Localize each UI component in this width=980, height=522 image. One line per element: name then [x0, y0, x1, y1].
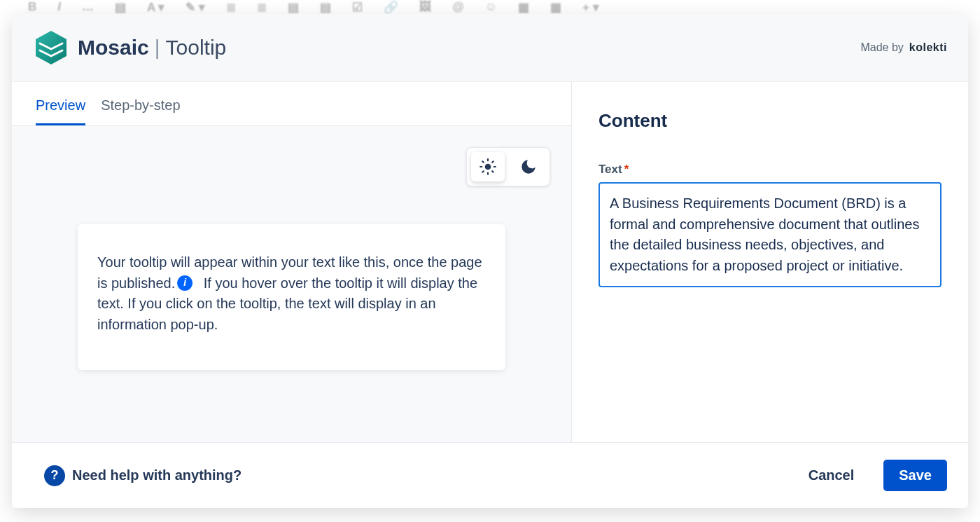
theme-dark-button[interactable]: [512, 152, 545, 181]
svg-marker-0: [36, 31, 66, 64]
svg-point-1: [485, 164, 491, 170]
required-asterisk: *: [624, 163, 629, 176]
theme-light-button[interactable]: [471, 152, 505, 181]
svg-line-8: [482, 171, 484, 172]
preview-area: Your tooltip will appear within your tex…: [12, 126, 571, 442]
cancel-button[interactable]: Cancel: [793, 460, 870, 491]
modal-footer: ? Need help with anything? Cancel Save: [12, 442, 968, 508]
modal-body: Preview Step-by-step: [12, 82, 968, 442]
theme-toggle: [466, 147, 550, 186]
modal-header: Mosaic | Tooltip Made by kolekti: [12, 14, 968, 82]
footer-actions: Cancel Save: [793, 460, 947, 491]
tabs: Preview Step-by-step: [12, 82, 571, 126]
svg-line-7: [492, 171, 493, 172]
brand: Mosaic | Tooltip: [33, 29, 226, 66]
made-by: Made by kolekti: [860, 41, 947, 54]
brand-subtitle: Tooltip: [166, 36, 227, 60]
sun-icon: [479, 158, 497, 176]
help-link[interactable]: ? Need help with anything?: [44, 465, 241, 486]
content-panel: Content Text*: [572, 82, 968, 442]
mosaic-logo-icon: [33, 29, 69, 66]
moon-icon: [519, 158, 538, 176]
text-label-text: Text: [598, 163, 622, 176]
content-heading: Content: [598, 110, 941, 132]
text-field-label: Text*: [598, 163, 941, 177]
made-by-prefix: Made by: [860, 41, 903, 54]
help-text: Need help with anything?: [72, 467, 241, 483]
svg-line-6: [482, 161, 484, 163]
tab-step-by-step[interactable]: Step-by-step: [101, 97, 180, 125]
help-icon: ?: [44, 465, 65, 486]
info-icon[interactable]: i: [177, 275, 192, 291]
modal-title: Mosaic | Tooltip: [78, 36, 226, 60]
preview-card: Your tooltip will appear within your tex…: [78, 224, 505, 370]
tooltip-config-modal: Mosaic | Tooltip Made by kolekti Preview…: [12, 14, 968, 508]
brand-name: Mosaic: [78, 36, 149, 60]
svg-line-9: [492, 161, 493, 163]
brand-separator: |: [155, 36, 160, 60]
save-button[interactable]: Save: [883, 460, 947, 491]
kolekti-wordmark: kolekti: [909, 41, 947, 54]
tab-preview[interactable]: Preview: [36, 97, 85, 125]
editor-toolbar-background: BI…▤A ▾✎ ▾ ≣≣▤▤☑🔗🖼 @☺▦▦+ ▾: [0, 0, 980, 14]
left-panel: Preview Step-by-step: [12, 82, 572, 442]
text-input[interactable]: [598, 182, 941, 287]
